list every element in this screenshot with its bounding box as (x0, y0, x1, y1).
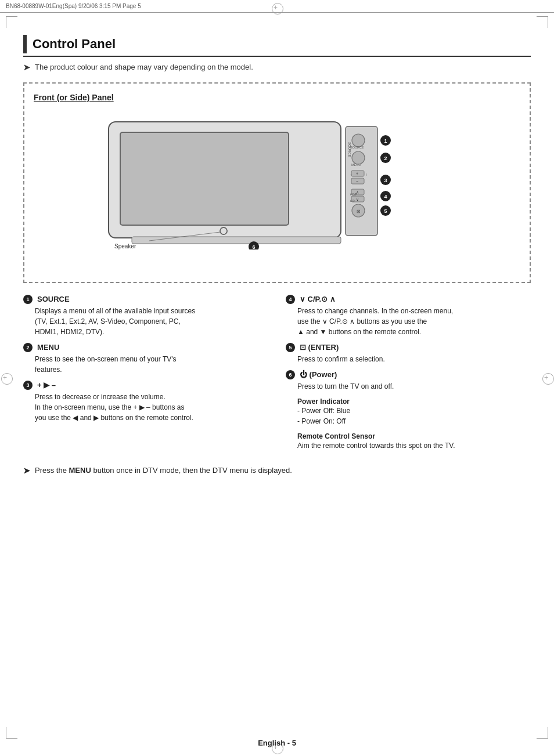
desc-title-1: SOURCE (37, 295, 70, 303)
desc-title-2: MENU (37, 343, 59, 352)
front-panel-box: Front (or Side) Panel (23, 82, 531, 283)
desc-title-4: ∨ C/P.⊙ ∧ (300, 295, 336, 303)
footer: English - 5 (0, 739, 554, 747)
arrow-icon-1: ➤ (23, 63, 30, 72)
bottom-note-text: Press the MENU button once in DTV mode, … (35, 466, 292, 475)
remote-sensor: Remote Control Sensor Aim the remote con… (297, 432, 531, 451)
svg-text:+: + (356, 172, 358, 176)
svg-text:6: 6 (252, 244, 255, 249)
badge-5: 5 (286, 343, 295, 352)
corner-mark-tr (537, 16, 548, 28)
svg-text:MENU: MENU (351, 163, 361, 167)
title-underline (23, 56, 531, 57)
desc-item-3: 3 + ▶ – Press to decrease or increase th… (23, 381, 268, 423)
reg-mark-left (1, 373, 12, 384)
desc-item-6: 6 ⏻ (Power) Press to turn the TV on and … (286, 370, 531, 392)
remote-sensor-title: Remote Control Sensor (297, 432, 531, 440)
title-accent (23, 35, 27, 53)
badge-4: 4 (286, 295, 295, 304)
desc-item-1: 1 SOURCE Displays a menu of all of the a… (23, 295, 268, 337)
arrow-icon-2: ➤ (23, 466, 30, 475)
front-panel-title: Front (or Side) Panel (34, 93, 520, 102)
desc-col-left: 1 SOURCE Displays a menu of all of the a… (23, 295, 268, 457)
desc-body-1: Displays a menu of all of the available … (35, 306, 268, 337)
svg-text:4: 4 (384, 194, 387, 200)
descriptions-grid: 1 SOURCE Displays a menu of all of the a… (23, 295, 531, 457)
desc-header-1: 1 SOURCE (23, 295, 268, 304)
desc-item-2: 2 MENU Press to see the on-screen menu o… (23, 343, 268, 375)
svg-text:∨: ∨ (356, 197, 359, 201)
desc-title-5: ⊡ (ENTER) (300, 343, 339, 352)
desc-col-right: 4 ∨ C/P.⊙ ∧ Press to change channels. In… (286, 295, 531, 457)
note-text-1: The product colour and shape may vary de… (35, 63, 253, 71)
svg-text:Speaker: Speaker (114, 243, 136, 249)
svg-rect-2 (132, 237, 341, 244)
power-indicator-title: Power Indicator (297, 397, 531, 406)
tv-svg: SOURCE 1 2 SOURCE MENU (74, 116, 480, 249)
title-bar: Control Panel (23, 35, 531, 53)
footer-text: English - 5 (258, 739, 296, 747)
main-content: Control Panel ➤ The product colour and s… (23, 17, 531, 733)
svg-text:1: 1 (384, 138, 387, 144)
badge-3: 3 (23, 381, 33, 390)
svg-rect-1 (120, 132, 289, 225)
svg-text:−: − (356, 179, 358, 183)
desc-body-6: Press to turn the TV on and off. (297, 381, 531, 392)
desc-item-4: 4 ∨ C/P.⊙ ∧ Press to change channels. In… (286, 295, 531, 337)
desc-header-5: 5 ⊡ (ENTER) (286, 343, 531, 352)
reg-mark-right (542, 373, 553, 384)
badge-2: 2 (23, 343, 33, 352)
svg-point-10 (352, 151, 365, 164)
corner-mark-tl (6, 16, 17, 28)
svg-text:SOURCE: SOURCE (350, 146, 364, 149)
desc-header-3: 3 + ▶ – (23, 381, 268, 390)
power-indicator-body: - Power Off: Blue- Power On: Off (297, 406, 531, 426)
title-section: Control Panel (23, 35, 531, 57)
desc-header-6: 6 ⏻ (Power) (286, 370, 531, 379)
header-text: BN68-00889W-01Eng(Spa) 9/20/06 3:15 PM P… (6, 3, 141, 9)
svg-text:⊡: ⊡ (357, 209, 361, 214)
note-line-1: ➤ The product colour and shape may vary … (23, 63, 531, 72)
svg-text:∧⊙: ∧⊙ (350, 199, 355, 202)
tv-svg-wrapper: SOURCE 1 2 SOURCE MENU (74, 116, 480, 249)
desc-body-4: Press to change channels. In the on-scre… (297, 306, 531, 337)
desc-title-3: + ▶ – (37, 381, 56, 389)
svg-point-7 (352, 134, 365, 147)
desc-body-5: Press to confirm a selection. (297, 354, 531, 364)
corner-mark-br (537, 727, 548, 739)
bottom-note: ➤ Press the MENU button once in DTV mode… (23, 466, 531, 475)
svg-text:3: 3 (384, 178, 387, 183)
badge-6: 6 (286, 370, 295, 379)
remote-sensor-body: Aim the remote control towards this spot… (297, 440, 531, 451)
svg-text:5: 5 (384, 208, 387, 214)
svg-text:SOURCE: SOURCE (348, 142, 351, 157)
badge-1: 1 (23, 295, 33, 304)
page-title: Control Panel (33, 37, 116, 52)
power-indicator: Power Indicator - Power Off: Blue- Power… (297, 397, 531, 426)
desc-body-2: Press to see the on-screen menu of your … (35, 354, 268, 375)
desc-header-4: 4 ∨ C/P.⊙ ∧ (286, 295, 531, 304)
desc-item-5: 5 ⊡ (ENTER) Press to confirm a selection… (286, 343, 531, 364)
desc-title-6: ⏻ (Power) (300, 370, 337, 379)
corner-mark-bl (6, 727, 17, 739)
tv-diagram: SOURCE 1 2 SOURCE MENU (34, 110, 520, 273)
header-bar: BN68-00889W-01Eng(Spa) 9/20/06 3:15 PM P… (0, 0, 554, 13)
svg-text:2: 2 (384, 155, 387, 161)
desc-header-2: 2 MENU (23, 343, 268, 352)
svg-text:+: + (350, 173, 352, 176)
desc-body-3: Press to decrease or increase the volume… (35, 392, 268, 423)
svg-text:∨C/P: ∨C/P (350, 193, 358, 196)
